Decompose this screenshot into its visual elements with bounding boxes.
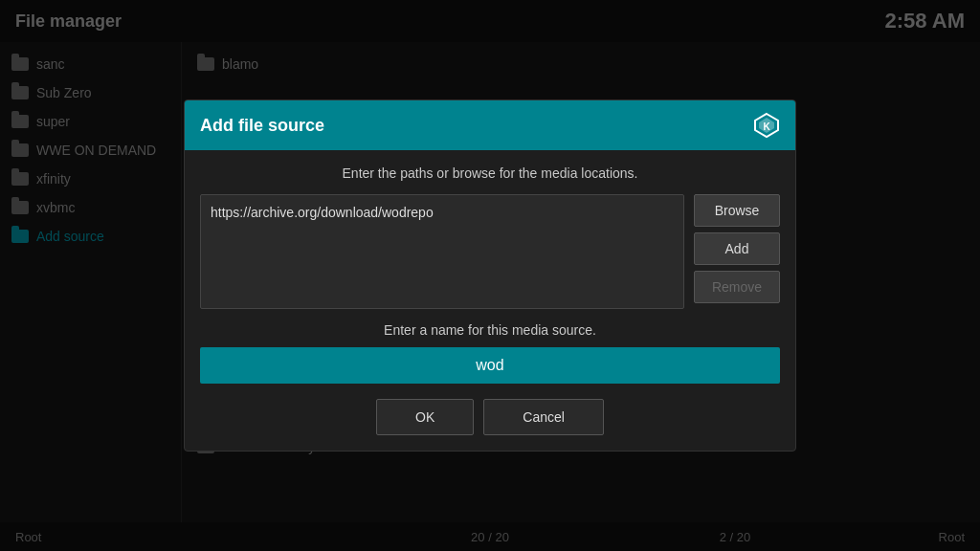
remove-button[interactable]: Remove: [694, 271, 780, 303]
dialog-action-row: OK Cancel: [200, 399, 780, 435]
add-file-source-dialog: Add file source K Enter the paths or bro…: [184, 99, 796, 452]
dialog-path-instruction: Enter the paths or browse for the media …: [200, 165, 780, 181]
dialog-body: Enter the paths or browse for the media …: [185, 150, 795, 451]
ok-button[interactable]: OK: [376, 399, 474, 435]
dialog-header: Add file source K: [185, 100, 795, 150]
cancel-button[interactable]: Cancel: [483, 399, 604, 435]
kodi-logo-icon: K: [753, 112, 780, 139]
browse-button[interactable]: Browse: [694, 194, 780, 227]
dialog-name-instruction: Enter a name for this media source.: [200, 322, 780, 338]
dialog-path-textbox[interactable]: https://archive.org/download/wodrepo: [200, 194, 684, 309]
dialog-path-buttons: Browse Add Remove: [694, 194, 780, 309]
add-button[interactable]: Add: [694, 232, 780, 265]
dialog-title: Add file source: [200, 116, 324, 136]
svg-text:K: K: [763, 121, 770, 132]
dialog-overlay: Add file source K Enter the paths or bro…: [0, 0, 980, 551]
media-source-name-input[interactable]: [200, 347, 780, 384]
dialog-path-row: https://archive.org/download/wodrepo Bro…: [200, 194, 780, 309]
